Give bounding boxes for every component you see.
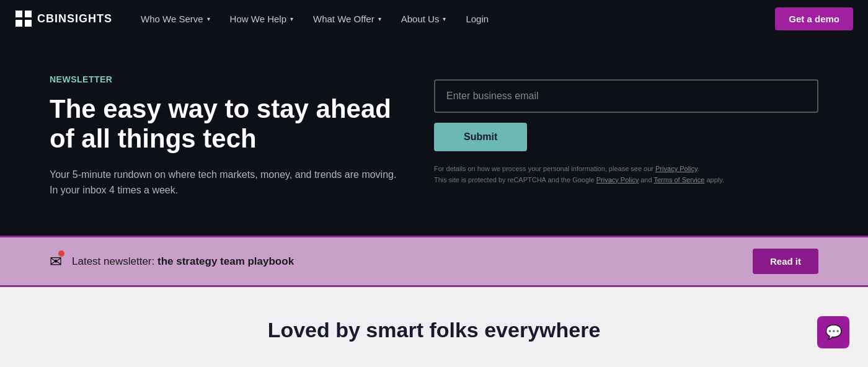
logo-text: CBINSIGHTS xyxy=(37,12,112,25)
hero-title: The easy way to stay ahead of all things… xyxy=(50,94,397,154)
google-privacy-link[interactable]: Privacy Policy xyxy=(596,176,639,184)
navbar: CBINSIGHTS Who We Serve ▾ How We Help ▾ … xyxy=(0,0,868,37)
loved-section: Loved by smart folks everywhere xyxy=(0,287,868,367)
newsletter-text: Latest newsletter: the strategy team pla… xyxy=(72,255,743,268)
svg-rect-2 xyxy=(16,20,22,27)
chevron-down-icon: ▾ xyxy=(378,15,381,22)
privacy-text: For details on how we process your perso… xyxy=(434,164,818,185)
terms-link[interactable]: Terms of Service xyxy=(653,176,704,184)
nav-items: Who We Serve ▾ How We Help ▾ What We Off… xyxy=(132,9,775,29)
newsletter-banner: ✉ Latest newsletter: the strategy team p… xyxy=(0,236,868,287)
hero-left: Newsletter The easy way to stay ahead of… xyxy=(50,74,434,198)
get-demo-button[interactable]: Get a demo xyxy=(775,7,853,30)
hero-subtitle: Your 5-minute rundown on where tech mark… xyxy=(50,167,397,198)
hero-section: Newsletter The easy way to stay ahead of… xyxy=(0,37,868,236)
chat-icon: 💬 xyxy=(825,324,842,340)
svg-rect-0 xyxy=(16,11,22,17)
privacy-policy-link[interactable]: Privacy Policy xyxy=(655,165,698,172)
nav-item-what-we-offer[interactable]: What We Offer ▾ xyxy=(304,9,390,29)
notification-dot xyxy=(58,250,64,257)
read-it-button[interactable]: Read it xyxy=(753,249,818,274)
nav-login[interactable]: Login xyxy=(457,9,497,29)
nav-item-how-we-help[interactable]: How We Help ▾ xyxy=(221,9,302,29)
submit-button[interactable]: Submit xyxy=(434,123,527,151)
loved-title: Loved by smart folks everywhere xyxy=(50,318,818,342)
chat-button[interactable]: 💬 xyxy=(817,316,849,348)
logo-icon xyxy=(15,10,32,27)
svg-rect-1 xyxy=(25,11,32,17)
email-input[interactable] xyxy=(434,79,818,113)
chevron-down-icon: ▾ xyxy=(290,15,293,22)
chevron-down-icon: ▾ xyxy=(443,15,446,22)
logo[interactable]: CBINSIGHTS xyxy=(15,10,112,27)
nav-item-who-we-serve[interactable]: Who We Serve ▾ xyxy=(132,9,219,29)
envelope-icon: ✉ xyxy=(50,253,62,270)
hero-label: Newsletter xyxy=(50,74,397,84)
chevron-down-icon: ▾ xyxy=(207,15,210,22)
hero-right: Submit For details on how we process you… xyxy=(434,74,818,185)
nav-item-about-us[interactable]: About Us ▾ xyxy=(392,9,455,29)
svg-rect-3 xyxy=(25,20,32,27)
